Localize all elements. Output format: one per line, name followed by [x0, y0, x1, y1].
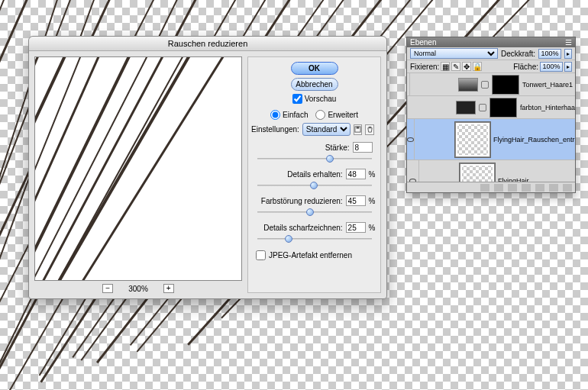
zoom-in-button[interactable]: +	[163, 284, 174, 293]
slider-sharpen: Details scharfzeichnen: %	[254, 222, 376, 243]
slider-preserve-details-label: Details erhalten:	[254, 170, 343, 179]
link-icon	[481, 81, 489, 89]
layer-mask-thumbnail	[492, 75, 519, 95]
new-layer-icon[interactable]	[549, 184, 558, 192]
layer-mask-thumbnail	[489, 98, 517, 118]
layer-item[interactable]: farbton_Hinterhaar	[407, 96, 575, 119]
layers-panel: Ebenen ☰ Normal Deckkraft: ▸ Fixieren: ▦…	[406, 37, 576, 193]
fx-icon[interactable]	[494, 184, 503, 192]
layer-name: FlyingHair	[498, 177, 529, 182]
mode-simple[interactable]: Einfach	[270, 110, 308, 120]
mode-advanced[interactable]: Erweitert	[315, 110, 357, 120]
slider-color-noise: Farbstörung reduzieren: %	[254, 195, 376, 216]
layer-name: farbton_Hinterhaar	[520, 104, 575, 111]
layer-thumbnail	[458, 78, 478, 92]
slider-sharpen-track[interactable]	[257, 235, 372, 243]
layer-name: FlyingHair_Rauschen_entrauschen	[493, 136, 575, 143]
slider-preserve-details-unit: %	[369, 170, 376, 179]
link-icon	[479, 104, 486, 111]
slider-strength-input[interactable]	[353, 142, 373, 153]
mode-simple-radio[interactable]	[270, 110, 280, 120]
fill-arrow-icon[interactable]: ▸	[564, 62, 572, 72]
slider-strength: Stärke:	[254, 142, 376, 163]
opacity-arrow-icon[interactable]: ▸	[564, 49, 572, 59]
layers-list: Tonwert_Haare1 farbton_Hinterhaar Flying…	[407, 73, 575, 182]
cancel-button[interactable]: Abbrechen	[291, 78, 338, 91]
mode-advanced-radio[interactable]	[315, 110, 325, 120]
zoom-value: 300%	[128, 285, 148, 293]
preview-checkbox-row[interactable]: Vorschau	[292, 94, 337, 104]
lock-pixels-icon[interactable]: ✎	[451, 62, 460, 71]
preview-area[interactable]	[34, 56, 242, 281]
layer-item[interactable]: FlyingHair_Rauschen_entrauschen	[407, 119, 575, 160]
link-layers-icon[interactable]	[480, 184, 489, 192]
slider-strength-label: Stärke:	[254, 143, 350, 152]
opacity-label: Deckkraft:	[501, 50, 535, 58]
layer-thumbnail	[460, 163, 495, 182]
preview-label: Vorschau	[305, 95, 337, 103]
jpeg-artifact-row[interactable]: JPEG-Artefakt entfernen	[256, 250, 352, 260]
slider-preserve-details-input[interactable]	[346, 169, 366, 179]
jpeg-artifact-checkbox[interactable]	[256, 250, 266, 260]
slider-strength-track[interactable]	[257, 155, 372, 163]
visibility-toggle[interactable]	[407, 119, 415, 160]
settings-select[interactable]: Standard	[302, 123, 351, 136]
delete-layer-icon[interactable]	[563, 184, 572, 192]
panel-menu-icon[interactable]: ☰	[565, 38, 572, 47]
lock-all-icon[interactable]: 🔒	[473, 62, 482, 71]
slider-preserve-details: Details erhalten: %	[254, 169, 376, 189]
slider-sharpen-label: Details scharfzeichnen:	[254, 224, 343, 232]
slider-color-noise-label: Farbstörung reduzieren:	[254, 197, 343, 205]
layers-panel-title: Ebenen	[410, 38, 436, 47]
jpeg-artifact-label: JPEG-Artefakt entfernen	[269, 251, 352, 259]
lock-label: Fixieren:	[410, 63, 439, 71]
reduce-noise-dialog: Rauschen reduzieren − 300% + OK	[28, 36, 387, 299]
visibility-toggle[interactable]	[407, 160, 419, 182]
layer-item[interactable]: Tonwert_Haare1	[407, 73, 575, 96]
save-preset-icon[interactable]	[354, 124, 363, 135]
lock-position-icon[interactable]: ✥	[462, 62, 471, 71]
dialog-title: Rauschen reduzieren	[29, 37, 386, 51]
layer-name: Tonwert_Haare1	[522, 81, 573, 89]
slider-sharpen-input[interactable]	[346, 222, 366, 233]
svg-rect-2	[368, 127, 371, 127]
fill-label: Fläche:	[513, 63, 538, 71]
zoom-out-button[interactable]: −	[102, 284, 113, 293]
lock-transparency-icon[interactable]: ▦	[441, 62, 450, 71]
ok-button[interactable]: OK	[291, 62, 338, 75]
slider-sharpen-unit: %	[369, 224, 376, 232]
settings-label: Einstellungen:	[251, 125, 299, 134]
layer-thumbnail	[456, 101, 476, 114]
opacity-input[interactable]	[538, 49, 561, 59]
mode-advanced-label: Erweitert	[328, 111, 357, 119]
slider-color-noise-unit: %	[369, 197, 376, 205]
svg-rect-1	[357, 127, 360, 129]
slider-color-noise-input[interactable]	[346, 195, 366, 206]
blend-mode-select[interactable]: Normal	[410, 48, 498, 59]
adjustment-icon[interactable]	[522, 184, 531, 192]
slider-preserve-details-track[interactable]	[257, 182, 372, 189]
preview-checkbox[interactable]	[292, 94, 302, 104]
mode-simple-label: Einfach	[283, 111, 308, 119]
layer-item[interactable]: FlyingHair	[407, 160, 575, 182]
layer-thumbnail	[455, 122, 490, 157]
fill-input[interactable]	[540, 62, 563, 72]
slider-color-noise-track[interactable]	[257, 208, 372, 216]
trash-icon[interactable]	[365, 124, 374, 135]
group-icon[interactable]	[535, 184, 544, 192]
mask-icon[interactable]	[508, 184, 517, 192]
